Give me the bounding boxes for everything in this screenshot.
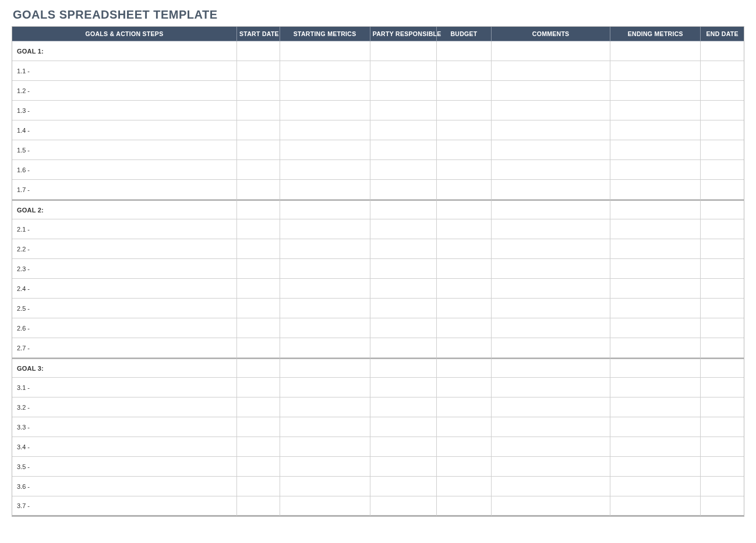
step-end-metric-cell[interactable] (610, 457, 701, 477)
step-start-date-cell[interactable] (237, 140, 280, 160)
step-end-metric-cell[interactable] (610, 279, 701, 299)
goal-label-cell[interactable]: GOAL 3: (12, 358, 237, 378)
step-end-date-cell[interactable] (701, 239, 744, 259)
step-start-metric-cell[interactable] (280, 160, 370, 180)
goal-start-metric-cell[interactable] (280, 358, 370, 378)
goal-budget-cell[interactable] (437, 41, 492, 61)
step-start-metric-cell[interactable] (280, 477, 370, 496)
step-party-cell[interactable] (370, 239, 437, 259)
step-label-cell[interactable]: 1.4 - (12, 120, 237, 140)
goal-budget-cell[interactable] (437, 358, 492, 378)
step-start-metric-cell[interactable] (280, 299, 370, 318)
step-end-metric-cell[interactable] (610, 417, 701, 437)
step-start-date-cell[interactable] (237, 81, 280, 101)
step-end-metric-cell[interactable] (610, 496, 701, 516)
step-start-date-cell[interactable] (237, 180, 280, 200)
step-budget-cell[interactable] (437, 140, 492, 160)
step-comments-cell[interactable] (492, 140, 610, 160)
step-start-metric-cell[interactable] (280, 279, 370, 299)
step-end-metric-cell[interactable] (610, 299, 701, 318)
step-comments-cell[interactable] (492, 318, 610, 338)
step-label-cell[interactable]: 3.3 - (12, 417, 237, 437)
step-end-metric-cell[interactable] (610, 120, 701, 140)
step-start-date-cell[interactable] (237, 279, 280, 299)
step-label-cell[interactable]: 2.7 - (12, 338, 237, 358)
step-party-cell[interactable] (370, 318, 437, 338)
step-comments-cell[interactable] (492, 219, 610, 239)
step-label-cell[interactable]: 2.4 - (12, 279, 237, 299)
goal-label-cell[interactable]: GOAL 2: (12, 200, 237, 219)
step-party-cell[interactable] (370, 496, 437, 516)
step-budget-cell[interactable] (437, 477, 492, 496)
step-end-date-cell[interactable] (701, 378, 744, 398)
step-end-metric-cell[interactable] (610, 318, 701, 338)
step-party-cell[interactable] (370, 338, 437, 358)
step-budget-cell[interactable] (437, 398, 492, 417)
step-end-date-cell[interactable] (701, 338, 744, 358)
step-end-date-cell[interactable] (701, 61, 744, 81)
step-end-date-cell[interactable] (701, 81, 744, 101)
step-label-cell[interactable]: 1.6 - (12, 160, 237, 180)
step-party-cell[interactable] (370, 378, 437, 398)
step-comments-cell[interactable] (492, 496, 610, 516)
step-comments-cell[interactable] (492, 239, 610, 259)
step-budget-cell[interactable] (437, 279, 492, 299)
step-end-date-cell[interactable] (701, 279, 744, 299)
step-comments-cell[interactable] (492, 259, 610, 279)
step-budget-cell[interactable] (437, 101, 492, 120)
step-comments-cell[interactable] (492, 120, 610, 140)
step-start-metric-cell[interactable] (280, 61, 370, 81)
step-comments-cell[interactable] (492, 279, 610, 299)
step-budget-cell[interactable] (437, 417, 492, 437)
step-start-date-cell[interactable] (237, 160, 280, 180)
step-end-date-cell[interactable] (701, 160, 744, 180)
step-end-date-cell[interactable] (701, 417, 744, 437)
step-start-metric-cell[interactable] (280, 259, 370, 279)
step-budget-cell[interactable] (437, 496, 492, 516)
step-label-cell[interactable]: 1.2 - (12, 81, 237, 101)
step-start-metric-cell[interactable] (280, 239, 370, 259)
step-start-date-cell[interactable] (237, 259, 280, 279)
step-label-cell[interactable]: 2.6 - (12, 318, 237, 338)
step-start-metric-cell[interactable] (280, 219, 370, 239)
goal-start-date-cell[interactable] (237, 358, 280, 378)
step-budget-cell[interactable] (437, 81, 492, 101)
step-comments-cell[interactable] (492, 437, 610, 457)
step-start-metric-cell[interactable] (280, 101, 370, 120)
step-start-date-cell[interactable] (237, 101, 280, 120)
step-budget-cell[interactable] (437, 120, 492, 140)
step-party-cell[interactable] (370, 81, 437, 101)
step-comments-cell[interactable] (492, 101, 610, 120)
step-start-date-cell[interactable] (237, 378, 280, 398)
goal-start-metric-cell[interactable] (280, 200, 370, 219)
step-party-cell[interactable] (370, 101, 437, 120)
step-party-cell[interactable] (370, 180, 437, 200)
step-label-cell[interactable]: 2.2 - (12, 239, 237, 259)
step-end-metric-cell[interactable] (610, 160, 701, 180)
step-budget-cell[interactable] (437, 457, 492, 477)
step-end-metric-cell[interactable] (610, 437, 701, 457)
step-label-cell[interactable]: 3.5 - (12, 457, 237, 477)
step-budget-cell[interactable] (437, 160, 492, 180)
step-budget-cell[interactable] (437, 180, 492, 200)
step-comments-cell[interactable] (492, 81, 610, 101)
goal-end-metric-cell[interactable] (610, 358, 701, 378)
step-end-date-cell[interactable] (701, 299, 744, 318)
step-label-cell[interactable]: 1.5 - (12, 140, 237, 160)
step-party-cell[interactable] (370, 477, 437, 496)
step-start-date-cell[interactable] (237, 417, 280, 437)
step-party-cell[interactable] (370, 457, 437, 477)
goal-party-cell[interactable] (370, 41, 437, 61)
step-start-date-cell[interactable] (237, 477, 280, 496)
step-comments-cell[interactable] (492, 160, 610, 180)
step-budget-cell[interactable] (437, 299, 492, 318)
step-start-metric-cell[interactable] (280, 318, 370, 338)
step-label-cell[interactable]: 3.4 - (12, 437, 237, 457)
step-end-metric-cell[interactable] (610, 378, 701, 398)
step-end-date-cell[interactable] (701, 120, 744, 140)
step-comments-cell[interactable] (492, 338, 610, 358)
step-end-date-cell[interactable] (701, 101, 744, 120)
step-end-metric-cell[interactable] (610, 180, 701, 200)
step-comments-cell[interactable] (492, 477, 610, 496)
step-end-date-cell[interactable] (701, 457, 744, 477)
